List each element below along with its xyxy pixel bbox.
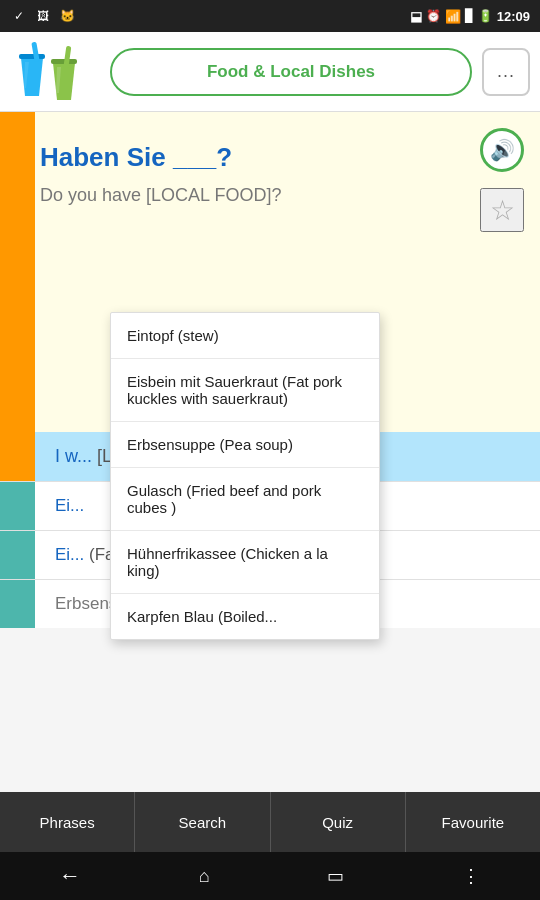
flashcard-english: Do you have [LOCAL FOOD]?	[40, 185, 520, 206]
nav-phrases[interactable]: Phrases	[0, 792, 135, 852]
cat-icon: 🐱	[58, 7, 76, 25]
android-more-button[interactable]: ⋮	[442, 857, 501, 895]
list-item-1-text: Ei...	[55, 496, 84, 515]
recent-button[interactable]: ▭	[307, 857, 364, 895]
alarm-icon: ⏰	[426, 9, 441, 23]
favourite-button[interactable]: ☆	[480, 188, 524, 232]
sound-button[interactable]: 🔊	[480, 128, 524, 172]
wifi-icon: 📶	[445, 9, 461, 24]
svg-marker-0	[21, 58, 43, 96]
back-button[interactable]: ←	[39, 855, 101, 897]
status-bar: ✓ 🖼 🐱 ⬓ ⏰ 📶 ▊ 🔋 12:09	[0, 0, 540, 32]
svg-marker-3	[53, 63, 75, 100]
list-item-1-bar	[0, 482, 35, 530]
dropdown-item-6[interactable]: Karpfen Blau (Boiled...	[111, 594, 379, 639]
dropdown-item-3[interactable]: Erbsensuppe (Pea soup)	[111, 422, 379, 468]
nav-favourite-label: Favourite	[442, 814, 505, 831]
home-button[interactable]: ⌂	[179, 858, 230, 895]
star-icon: ☆	[490, 194, 515, 227]
status-bar-left: ✓ 🖼 🐱	[10, 7, 76, 25]
time-display: 12:09	[497, 9, 530, 24]
bottom-nav: Phrases Search Quiz Favourite	[0, 792, 540, 852]
bluetooth-icon: ⬓	[410, 9, 422, 24]
nav-quiz-label: Quiz	[322, 814, 353, 831]
nav-favourite[interactable]: Favourite	[406, 792, 540, 852]
logo-svg	[13, 38, 98, 106]
dropdown-item-4[interactable]: Gulasch (Fried beef and pork cubes )	[111, 468, 379, 531]
nav-quiz[interactable]: Quiz	[271, 792, 406, 852]
flashcard-left-bar	[0, 112, 35, 432]
flashcard-german: Haben Sie ___?	[40, 142, 520, 173]
nav-search-label: Search	[179, 814, 227, 831]
list-item-3-bar	[0, 580, 35, 628]
sound-icon: 🔊	[490, 138, 515, 162]
status-bar-right: ⬓ ⏰ 📶 ▊ 🔋 12:09	[410, 9, 530, 24]
image-icon: 🖼	[34, 7, 52, 25]
main-content: Haben Sie ___? Do you have [LOCAL FOOD]?…	[0, 112, 540, 792]
dropdown-menu: Eintopf (stew) Eisbein mit Sauerkraut (F…	[110, 312, 380, 640]
flashcard-content: Haben Sie ___? Do you have [LOCAL FOOD]?	[40, 142, 520, 206]
category-button[interactable]: Food & Local Dishes	[110, 48, 472, 96]
header: Food & Local Dishes ...	[0, 32, 540, 112]
android-nav: ← ⌂ ▭ ⋮	[0, 852, 540, 900]
more-button[interactable]: ...	[482, 48, 530, 96]
battery-icon: 🔋	[478, 9, 493, 23]
svg-rect-1	[19, 54, 45, 59]
dropdown-item-5[interactable]: Hühnerfrikassee (Chicken a la king)	[111, 531, 379, 594]
logo	[10, 37, 100, 107]
nav-search[interactable]: Search	[135, 792, 270, 852]
dropdown-item-2[interactable]: Eisbein mit Sauerkraut (Fat pork kuckles…	[111, 359, 379, 422]
list-item-2-bar	[0, 531, 35, 579]
check-icon: ✓	[10, 7, 28, 25]
blue-section-bar	[0, 432, 35, 481]
signal-icon: ▊	[465, 9, 474, 23]
nav-phrases-label: Phrases	[40, 814, 95, 831]
dropdown-item-1[interactable]: Eintopf (stew)	[111, 313, 379, 359]
